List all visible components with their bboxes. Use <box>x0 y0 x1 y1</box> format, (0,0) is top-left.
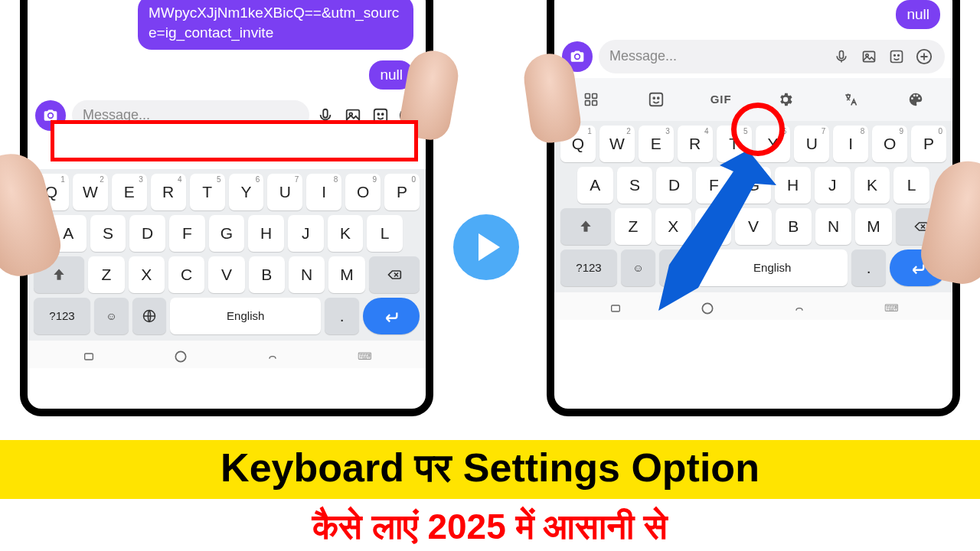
space-key[interactable]: English <box>697 249 848 286</box>
globe-key[interactable] <box>659 249 693 286</box>
key-j[interactable]: J <box>815 167 851 204</box>
key-w[interactable]: W2 <box>599 126 635 162</box>
key-o[interactable]: O9 <box>345 174 381 210</box>
key-r[interactable]: R4 <box>678 126 713 162</box>
key-s[interactable]: S <box>90 215 126 252</box>
key-j[interactable]: J <box>288 215 324 252</box>
message-input[interactable]: Message... <box>599 40 945 73</box>
nav-back-icon[interactable] <box>262 348 283 365</box>
key-b[interactable]: B <box>249 256 285 293</box>
key-v[interactable]: V <box>208 256 244 293</box>
key-n[interactable]: N <box>289 256 325 293</box>
key-k[interactable]: K <box>854 167 890 204</box>
nav-home-icon[interactable] <box>170 348 191 365</box>
gif-button[interactable]: GIF <box>706 84 737 115</box>
image-icon[interactable] <box>859 47 879 67</box>
space-key[interactable]: English <box>170 298 322 334</box>
headline-text: Keyboard पर Settings Option <box>0 445 980 491</box>
key-v[interactable]: V <box>735 208 771 245</box>
key-d[interactable]: D <box>129 215 165 252</box>
svg-point-9 <box>175 351 185 361</box>
key-i[interactable]: I8 <box>833 126 868 162</box>
nav-recent-icon[interactable] <box>605 300 626 317</box>
camera-icon <box>570 49 585 64</box>
sticker-toolbar-icon[interactable] <box>641 84 671 115</box>
nav-keyboard-icon[interactable]: ⌨ <box>354 348 375 365</box>
svg-point-26 <box>702 303 712 313</box>
message-placeholder: Message... <box>609 48 824 64</box>
key-c[interactable]: C <box>695 208 731 245</box>
period-key[interactable]: . <box>851 249 885 286</box>
key-e[interactable]: E3 <box>112 174 147 210</box>
svg-rect-8 <box>85 354 93 360</box>
key-p[interactable]: P0 <box>384 174 420 210</box>
numbers-key[interactable]: ?123 <box>34 298 90 334</box>
enter-key[interactable] <box>363 298 420 334</box>
apps-icon[interactable] <box>576 84 606 115</box>
backspace-key[interactable] <box>369 256 420 293</box>
subtitle-text: कैसे लाएं 2025 में आसानी से <box>0 506 980 548</box>
key-h[interactable]: H <box>775 167 811 204</box>
svg-rect-25 <box>612 305 620 311</box>
key-n[interactable]: N <box>815 208 851 245</box>
svg-point-22 <box>653 97 655 99</box>
highlight-circle-red <box>731 103 785 156</box>
svg-rect-0 <box>323 109 328 118</box>
key-u[interactable]: U7 <box>267 174 302 210</box>
key-f[interactable]: F <box>696 167 732 204</box>
nav-bar: ⌨ <box>28 341 426 368</box>
play-button[interactable] <box>453 214 519 280</box>
mic-icon[interactable] <box>831 47 851 67</box>
nav-home-icon[interactable] <box>697 300 718 317</box>
key-m[interactable]: M <box>855 208 891 245</box>
key-r[interactable]: R4 <box>151 174 186 210</box>
key-o[interactable]: O9 <box>872 126 907 162</box>
globe-key[interactable] <box>132 298 166 334</box>
key-s[interactable]: S <box>617 167 653 204</box>
key-p[interactable]: P0 <box>911 126 946 162</box>
nav-back-icon[interactable] <box>789 300 810 317</box>
key-i[interactable]: I8 <box>306 174 341 210</box>
key-m[interactable]: M <box>328 256 364 293</box>
key-f[interactable]: F <box>169 215 205 252</box>
key-g[interactable]: G <box>736 167 772 204</box>
svg-rect-13 <box>891 51 903 62</box>
key-z[interactable]: Z <box>615 208 651 245</box>
chat-bubble: MWpycXJjNm1keXBicQ==&utm_source=ig_conta… <box>138 0 413 50</box>
emoji-key[interactable]: ☺ <box>621 249 655 286</box>
key-row-2: ASDFGHJKL <box>31 215 423 252</box>
sticker-icon[interactable] <box>887 47 906 67</box>
key-z[interactable]: Z <box>88 256 124 293</box>
svg-point-4 <box>377 113 379 115</box>
key-t[interactable]: T5 <box>190 174 225 210</box>
key-c[interactable]: C <box>168 256 204 293</box>
key-b[interactable]: B <box>776 208 812 245</box>
key-e[interactable]: E3 <box>639 126 674 162</box>
key-row-3: ZXCVBNM <box>31 256 423 293</box>
numbers-key[interactable]: ?123 <box>560 249 617 286</box>
key-k[interactable]: K <box>328 215 364 252</box>
phone-right: null Message... GIF Q1W2E3R4T5Y6U7I8O9P0… <box>547 0 960 416</box>
message-input-row: Message... <box>554 35 952 78</box>
nav-recent-icon[interactable] <box>78 348 100 365</box>
svg-point-5 <box>382 113 384 115</box>
shift-key[interactable] <box>560 208 611 245</box>
key-d[interactable]: D <box>656 167 692 204</box>
key-u[interactable]: U7 <box>794 126 829 162</box>
key-l[interactable]: L <box>893 167 929 204</box>
key-x[interactable]: X <box>655 208 691 245</box>
palette-icon[interactable] <box>900 84 931 115</box>
period-key[interactable]: . <box>325 298 358 334</box>
key-l[interactable]: L <box>367 215 403 252</box>
translate-icon[interactable] <box>835 84 866 115</box>
nav-keyboard-icon[interactable]: ⌨ <box>880 300 902 317</box>
key-g[interactable]: G <box>209 215 245 252</box>
key-row-1: Q1W2E3R4T5Y6U7I8O9P0 <box>31 174 423 210</box>
plus-icon[interactable] <box>914 47 934 67</box>
key-y[interactable]: Y6 <box>229 174 264 210</box>
key-a[interactable]: A <box>577 167 613 204</box>
key-h[interactable]: H <box>248 215 284 252</box>
key-w[interactable]: W2 <box>73 174 108 210</box>
emoji-key[interactable]: ☺ <box>94 298 128 334</box>
key-x[interactable]: X <box>129 256 165 293</box>
